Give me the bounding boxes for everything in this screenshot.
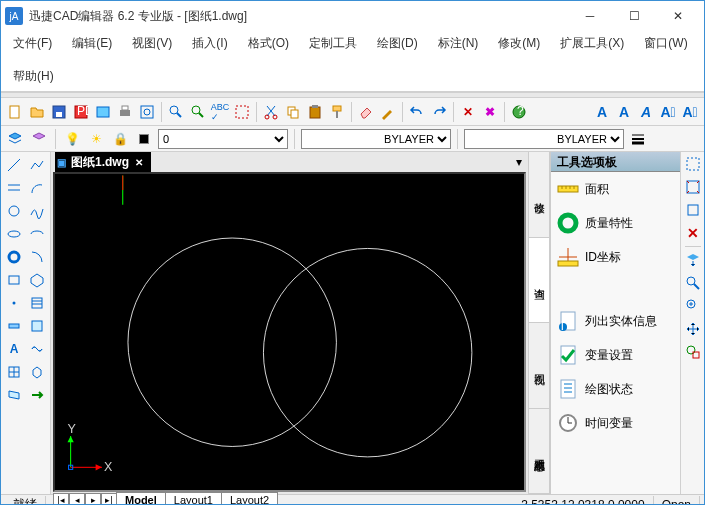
new-button[interactable] — [5, 102, 25, 122]
tab-dropdown-icon[interactable]: ▾ — [510, 155, 528, 169]
arc2-tool[interactable] — [26, 246, 48, 268]
text-style-3[interactable]: A — [636, 102, 656, 122]
layout-prev-button[interactable]: ◂ — [69, 493, 85, 505]
format-paint-button[interactable] — [327, 102, 347, 122]
panel-item-var[interactable]: 变量设置 — [551, 338, 680, 372]
ellipse-arc-tool[interactable] — [26, 223, 48, 245]
menu-insert[interactable]: 插入(I) — [188, 33, 231, 54]
zoom-realtime-button[interactable] — [683, 273, 703, 293]
zoom-box-button[interactable] — [683, 200, 703, 220]
menu-help[interactable]: 帮助(H) — [9, 66, 58, 87]
print-button[interactable] — [115, 102, 135, 122]
pdf-button[interactable]: PDF — [71, 102, 91, 122]
find-button[interactable] — [166, 102, 186, 122]
paste-button[interactable] — [305, 102, 325, 122]
erase-button[interactable] — [356, 102, 376, 122]
help-icon-button[interactable]: ? — [509, 102, 529, 122]
copy-button[interactable] — [283, 102, 303, 122]
convert-tool[interactable] — [26, 384, 48, 406]
text-style-4[interactable]: Aͫ — [658, 102, 678, 122]
layout-tab-1[interactable]: Layout1 — [165, 492, 222, 505]
menu-modify[interactable]: 修改(M) — [494, 33, 544, 54]
drawing-canvas[interactable]: X Y — [53, 172, 526, 492]
layout-first-button[interactable]: |◂ — [53, 493, 69, 505]
delete-x-button[interactable]: ✕ — [683, 223, 703, 243]
boundary-tool[interactable] — [26, 315, 48, 337]
layout-last-button[interactable]: ▸| — [101, 493, 117, 505]
text-style-1[interactable]: A — [592, 102, 612, 122]
layout-tab-2[interactable]: Layout2 — [221, 492, 278, 505]
line-tool[interactable] — [3, 154, 25, 176]
close-tab-icon[interactable]: ✕ — [135, 157, 143, 168]
save-button[interactable] — [49, 102, 69, 122]
face-tool[interactable] — [3, 384, 25, 406]
minimize-button[interactable]: ─ — [568, 2, 612, 30]
block-tool[interactable] — [3, 361, 25, 383]
menu-file[interactable]: 文件(F) — [9, 33, 56, 54]
menu-edit[interactable]: 编辑(E) — [68, 33, 116, 54]
circle-tool[interactable] — [3, 200, 25, 222]
menu-window[interactable]: 窗口(W) — [640, 33, 691, 54]
vtab-3dorbit[interactable]: 三维动态观察 — [529, 409, 549, 495]
hatch-tool[interactable] — [26, 292, 48, 314]
layout-tab-model[interactable]: Model — [116, 492, 166, 505]
panel-item-time[interactable]: 时间变量 — [551, 406, 680, 440]
bulb-icon[interactable]: 💡 — [62, 129, 82, 149]
vtab-view[interactable]: 视图 — [529, 323, 549, 409]
color-select[interactable]: BYLAYER — [301, 129, 451, 149]
text-tool[interactable]: A — [3, 338, 25, 360]
status-open[interactable]: Open — [654, 496, 700, 506]
3d-tool[interactable] — [26, 361, 48, 383]
zoom-window-button[interactable] — [683, 154, 703, 174]
text-style-2[interactable]: A — [614, 102, 634, 122]
open-button[interactable] — [27, 102, 47, 122]
replace-button[interactable] — [188, 102, 208, 122]
point-tool[interactable] — [3, 292, 25, 314]
vtab-modify[interactable]: 修改 — [529, 152, 549, 238]
zoom-button[interactable] — [683, 296, 703, 316]
pan-button[interactable] — [683, 319, 703, 339]
linetype-select[interactable]: BYLAYER — [464, 129, 624, 149]
menu-draw[interactable]: 绘图(D) — [373, 33, 422, 54]
panel-item-drawstate[interactable]: 绘图状态 — [551, 372, 680, 406]
preview-button[interactable] — [137, 102, 157, 122]
brush-button[interactable] — [378, 102, 398, 122]
spellcheck-button[interactable]: ABC✓ — [210, 102, 230, 122]
menu-extend-tools[interactable]: 扩展工具(X) — [556, 33, 628, 54]
ring-tool[interactable] — [3, 246, 25, 268]
revcloud-tool[interactable] — [26, 338, 48, 360]
layout-next-button[interactable]: ▸ — [85, 493, 101, 505]
region-tool[interactable] — [3, 315, 25, 337]
color-swatch[interactable] — [134, 129, 154, 149]
panel-item-mass[interactable]: 质量特性 — [551, 206, 680, 240]
spline-tool[interactable] — [26, 200, 48, 222]
layer-down-button[interactable] — [683, 250, 703, 270]
cross-button[interactable]: ✖ — [480, 102, 500, 122]
image-button[interactable] — [93, 102, 113, 122]
lock-icon[interactable]: 🔒 — [110, 129, 130, 149]
vtab-query[interactable]: 查询 — [529, 238, 549, 324]
panel-item-id[interactable]: ID坐标 — [551, 240, 680, 274]
cut-button[interactable] — [261, 102, 281, 122]
zoom-selected-button[interactable] — [683, 342, 703, 362]
rectangle-tool[interactable] — [3, 269, 25, 291]
zoom-extents-button[interactable] — [683, 177, 703, 197]
arc-tool[interactable] — [26, 177, 48, 199]
menu-dimension[interactable]: 标注(N) — [434, 33, 483, 54]
select-button[interactable] — [232, 102, 252, 122]
panel-item-area[interactable]: 面积 — [551, 172, 680, 206]
menu-view[interactable]: 视图(V) — [128, 33, 176, 54]
maximize-button[interactable]: ☐ — [612, 2, 656, 30]
close-button[interactable]: ✕ — [656, 2, 700, 30]
text-style-5[interactable]: Aͬ — [680, 102, 700, 122]
delete-button[interactable]: ✕ — [458, 102, 478, 122]
menu-custom-tools[interactable]: 定制工具 — [305, 33, 361, 54]
lineweight-button[interactable] — [628, 129, 648, 149]
layer-manager-button[interactable] — [5, 129, 25, 149]
multiline-tool[interactable] — [3, 177, 25, 199]
panel-item-list[interactable]: i列出实体信息 — [551, 304, 680, 338]
layer-select[interactable]: 0 — [158, 129, 288, 149]
redo-button[interactable] — [429, 102, 449, 122]
document-tab[interactable]: 图纸1.dwg✕ — [55, 152, 151, 173]
undo-button[interactable] — [407, 102, 427, 122]
